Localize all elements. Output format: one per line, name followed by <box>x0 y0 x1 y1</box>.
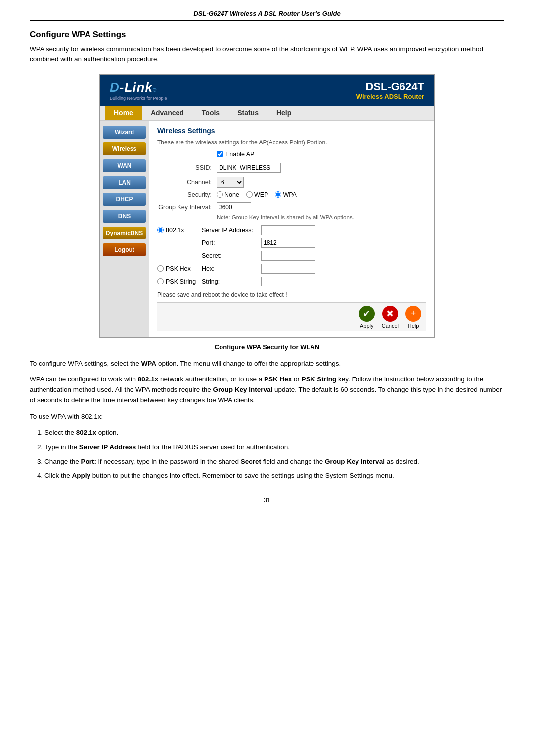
brand-name: D-Link® <box>110 80 167 95</box>
ssid-input[interactable] <box>217 163 281 173</box>
ssid-label: SSID: <box>157 164 217 171</box>
router-model: DSL-G624T Wireless ADSL Router <box>356 80 424 100</box>
nav-home[interactable]: Home <box>105 106 142 120</box>
brand-sub: Building Networks for People <box>110 96 167 101</box>
security-wep-radio[interactable] <box>246 191 253 198</box>
channel-label: Channel: <box>157 179 217 186</box>
step-4: Click the Apply button to put the change… <box>44 471 504 481</box>
auth-psk-string-label: PSK String <box>166 278 196 285</box>
panel-subtitle: These are the wireless settings for the … <box>157 139 426 146</box>
apply-icon[interactable]: ✔ <box>359 306 375 322</box>
nav-help[interactable]: Help <box>267 106 300 120</box>
cancel-icon[interactable]: ✖ <box>382 306 398 322</box>
security-row: Security: None WEP WPA <box>157 191 426 198</box>
port-label: Port: <box>202 239 261 246</box>
security-label: Security: <box>157 191 217 198</box>
body-para-2: WPA can be configured to work with 802.1… <box>30 375 504 406</box>
sidebar-btn-wireless[interactable]: Wireless <box>103 142 146 155</box>
channel-value: 12345 678910 11 <box>217 177 426 188</box>
help-btn-group[interactable]: + Help <box>405 306 421 329</box>
hex-input[interactable] <box>261 264 315 274</box>
channel-row: Channel: 12345 678910 11 <box>157 177 426 188</box>
server-ip-input[interactable] <box>261 225 315 235</box>
apply-label: Apply <box>360 323 374 329</box>
auth-8021x-row: 802.1x Server IP Address: <box>157 225 426 235</box>
group-key-row: Group Key Interval: <box>157 202 426 212</box>
security-wep-label[interactable]: WEP <box>246 191 268 198</box>
psk-hex-row: PSK Hex Hex: <box>157 264 426 274</box>
cancel-label: Cancel <box>382 323 399 329</box>
auth-psk-string-radio[interactable] <box>157 278 164 284</box>
panel-title: Wireless Settings <box>157 127 426 137</box>
enable-ap-checkbox[interactable] <box>217 151 223 157</box>
server-ip-label: Server IP Address: <box>202 227 261 234</box>
router-header: D-Link® Building Networks for People DSL… <box>100 75 434 106</box>
nav-advanced[interactable]: Advanced <box>142 106 193 120</box>
content-panel: Wireless Settings These are the wireless… <box>149 121 434 337</box>
secret-label: Secret: <box>202 252 261 259</box>
doc-header: DSL-G624T Wireless A DSL Router User's G… <box>30 10 504 21</box>
action-bar: ✔ Apply ✖ Cancel + Help <box>157 302 426 331</box>
security-none-radio[interactable] <box>217 191 223 198</box>
auth-psk-hex-radio[interactable] <box>157 265 164 272</box>
sidebar-btn-lan[interactable]: LAN <box>103 176 146 189</box>
secret-row: Secret: <box>157 251 426 261</box>
nav-tools[interactable]: Tools <box>193 106 228 120</box>
group-key-input[interactable] <box>217 202 251 212</box>
sidebar: Wizard Wireless WAN LAN DHCP DNS Dynamic… <box>100 121 149 337</box>
body-para-3: To use WPA with 802.1x: <box>30 412 504 422</box>
string-input[interactable] <box>261 277 315 286</box>
dlink-logo: D-Link® Building Networks for People <box>110 80 167 101</box>
sidebar-btn-logout[interactable]: Logout <box>103 243 146 256</box>
auth-psk-hex-label: PSK Hex <box>166 265 191 272</box>
section-title: Configure WPA Settings <box>30 30 504 40</box>
port-row: Port: <box>157 238 426 248</box>
sidebar-btn-dhcp[interactable]: DHCP <box>103 193 146 206</box>
string-label: String: <box>202 278 261 285</box>
sidebar-btn-wizard[interactable]: Wizard <box>103 126 146 139</box>
step-1: Select the 802.1x option. <box>44 428 504 438</box>
sidebar-btn-wan[interactable]: WAN <box>103 159 146 172</box>
router-body: Wizard Wireless WAN LAN DHCP DNS Dynamic… <box>100 121 434 337</box>
body-para-1: To configure WPA settings, select the WP… <box>30 359 504 369</box>
help-label: Help <box>408 323 419 329</box>
save-note: Please save and reboot the device to tak… <box>157 291 426 298</box>
security-options: None WEP WPA <box>217 191 426 198</box>
sidebar-btn-dns[interactable]: DNS <box>103 210 146 223</box>
enable-ap-row: Enable AP <box>217 151 426 158</box>
router-ui: D-Link® Building Networks for People DSL… <box>99 74 435 338</box>
secret-input[interactable] <box>261 251 315 261</box>
enable-ap-label: Enable AP <box>225 151 254 158</box>
channel-select[interactable]: 12345 678910 11 <box>217 177 244 188</box>
steps-list: Select the 802.1x option. Type in the Se… <box>44 428 504 481</box>
security-wpa-radio[interactable] <box>275 191 281 198</box>
psk-string-row: PSK String String: <box>157 277 426 286</box>
auth-8021x-radio[interactable] <box>157 227 164 233</box>
model-name: DSL-G624T <box>356 80 424 93</box>
port-input[interactable] <box>261 238 315 248</box>
intro-text: WPA security for wireless communication … <box>30 45 504 65</box>
group-key-label: Group Key Interval: <box>157 204 217 211</box>
auth-section: 802.1x Server IP Address: Port: Secret: <box>157 225 426 286</box>
hex-label: Hex: <box>202 265 261 272</box>
ssid-value <box>217 163 426 173</box>
ssid-row: SSID: <box>157 163 426 173</box>
sidebar-btn-dynamicdns[interactable]: DynamicDNS <box>103 227 146 239</box>
model-desc: Wireless ADSL Router <box>356 93 424 100</box>
security-wpa-label[interactable]: WPA <box>275 191 297 198</box>
nav-bar: Home Advanced Tools Status Help <box>100 106 434 121</box>
page-number: 31 <box>30 496 504 504</box>
cancel-btn-group[interactable]: ✖ Cancel <box>382 306 399 329</box>
help-icon[interactable]: + <box>405 306 421 322</box>
security-none-label[interactable]: None <box>217 191 239 198</box>
figure-caption: Configure WPA Security for WLAN <box>30 343 504 351</box>
auth-8021x-label: 802.1x <box>166 227 184 234</box>
step-3: Change the Port: if necessary, type in t… <box>44 457 504 467</box>
group-key-note: Note: Group Key Interval is shared by al… <box>217 214 426 220</box>
step-2: Type in the Server IP Address field for … <box>44 442 504 453</box>
nav-status[interactable]: Status <box>228 106 267 120</box>
apply-btn-group[interactable]: ✔ Apply <box>359 306 375 329</box>
